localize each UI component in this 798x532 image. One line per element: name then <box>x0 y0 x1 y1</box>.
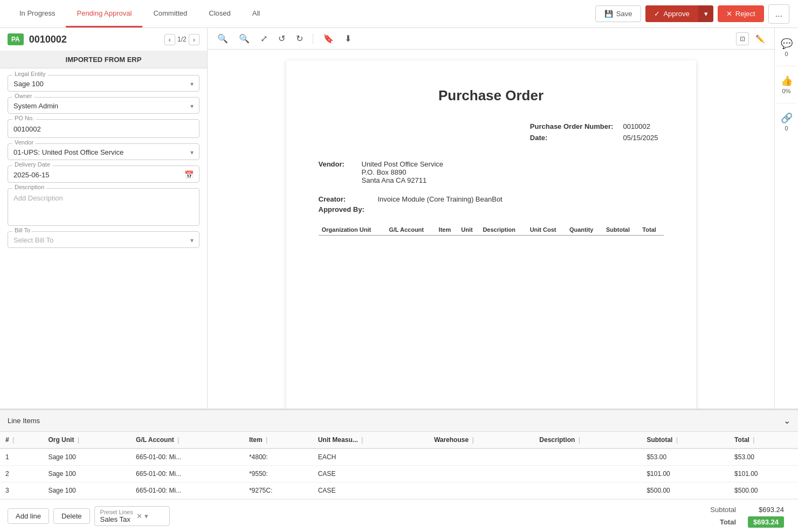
vendor-value: 01-UPS: United Post Office Service <box>13 148 123 156</box>
like-button[interactable]: 👍 0% <box>775 71 798 99</box>
row3-org: Sage 100 <box>43 482 130 499</box>
row1-unit: EACH <box>313 448 429 466</box>
fit-page-button[interactable]: ⊡ <box>736 32 749 45</box>
col-gl-account: G/L Account | <box>130 432 244 448</box>
row3-total: $500.00 <box>729 482 798 499</box>
bottom-left-actions: Add line Delete Preset Lines Sales Tax ✕… <box>8 506 170 526</box>
line-items-header: Line Items ⌄ <box>0 410 798 432</box>
approve-button[interactable]: ✓ Approve <box>645 5 698 22</box>
vendor-address2: Santa Ana CA 92711 <box>362 176 444 184</box>
row3-description <box>534 482 641 499</box>
po-badge: PA <box>8 33 24 45</box>
row2-subtotal: $101.00 <box>641 466 729 482</box>
table-row[interactable]: 3 Sage 100 665-01-00: Mi... *9275C: CASE… <box>0 482 798 499</box>
tab-committed[interactable]: Committed <box>142 1 198 27</box>
row2-total: $101.00 <box>729 466 798 482</box>
bill-to-select[interactable]: Select Bill To ▾ <box>13 236 194 244</box>
annotate-button[interactable]: ✏️ <box>752 32 768 45</box>
description-input[interactable]: Add Description <box>13 193 194 203</box>
link-button[interactable]: 🔗 0 <box>775 108 798 136</box>
toolbar-divider <box>313 33 313 44</box>
download-button[interactable]: ⬇ <box>341 31 355 46</box>
reject-button[interactable]: ✕ Reject <box>718 5 764 22</box>
row2-num: 2 <box>0 466 43 482</box>
row1-org: Sage 100 <box>43 448 130 466</box>
more-button[interactable]: ... <box>768 4 789 24</box>
creator-meta-value: Invoice Module (Core Training) BeanBot <box>378 195 503 203</box>
total-value: $693.24 <box>742 516 789 528</box>
comments-button[interactable]: 💬 0 <box>775 33 798 61</box>
bill-to-field[interactable]: Bill To Select Bill To ▾ <box>8 231 200 248</box>
row1-gl: 665-01-00: Mi... <box>130 448 244 466</box>
bookmark-button[interactable]: 🔖 <box>320 31 337 46</box>
po-header: PA 0010002 ‹ 1/2 › <box>0 28 207 51</box>
chevron-down-icon: ▾ <box>190 80 194 88</box>
owner-field[interactable]: Owner System Admin ▾ <box>8 97 200 114</box>
comment-icon: 💬 <box>781 38 793 50</box>
x-icon: ✕ <box>726 10 732 18</box>
collapse-icon[interactable]: ⌄ <box>783 416 790 426</box>
row1-warehouse <box>429 448 534 466</box>
tab-pending-approval[interactable]: Pending Approval <box>66 1 142 27</box>
legal-entity-field[interactable]: Legal Entity Sage 100 ▾ <box>8 75 200 92</box>
po-prev-button[interactable]: ‹ <box>164 34 175 45</box>
col-subtotal: Subtotal | <box>641 432 729 448</box>
row3-warehouse <box>429 482 534 499</box>
save-button[interactable]: 💾 Save <box>595 5 642 22</box>
col-warehouse: Warehouse | <box>429 432 534 448</box>
zoom-out-button[interactable]: 🔍 <box>214 31 231 46</box>
col-total: Total | <box>729 432 798 448</box>
col-description: Description | <box>534 432 641 448</box>
chevron-down-icon: ▾ <box>190 149 194 156</box>
vendor-field[interactable]: Vendor 01-UPS: United Post Office Servic… <box>8 143 200 160</box>
calendar-icon[interactable]: 📅 <box>184 170 194 179</box>
row1-description <box>534 448 641 466</box>
vendor-meta-label: Vendor: <box>319 160 356 184</box>
preset-lines-field[interactable]: Preset Lines Sales Tax ✕ ▾ <box>94 506 170 526</box>
side-divider-2 <box>777 103 795 103</box>
bill-to-placeholder: Select Bill To <box>13 236 53 244</box>
delivery-date-value: 2025-06-15 <box>13 171 50 179</box>
delivery-date-input[interactable]: 2025-06-15 📅 <box>13 170 194 179</box>
rotate-cw-button[interactable]: ↻ <box>293 31 306 46</box>
subtotal-value: $693.24 <box>742 504 789 515</box>
table-row[interactable]: 1 Sage 100 665-01-00: Mi... *4800: EACH … <box>0 448 798 466</box>
line-items-title: Line Items <box>8 417 40 425</box>
right-top: 🔍 🔍 ⤢ ↺ ↻ 🔖 ⬇ ⊡ ✏️ <box>208 28 798 409</box>
legal-entity-select[interactable]: Sage 100 ▾ <box>13 80 194 88</box>
pdf-col-item: Item <box>436 224 458 236</box>
vendor-address1: P.O. Box 8890 <box>362 168 444 176</box>
zoom-in-button[interactable]: 🔍 <box>236 31 253 46</box>
po-next-button[interactable]: › <box>189 34 200 45</box>
pdf-col-total: Total <box>639 224 663 236</box>
subtotal-label: Subtotal <box>705 504 741 515</box>
nav-actions: 💾 Save ✓ Approve ▾ ✕ Reject ... <box>595 4 789 24</box>
pdf-content: Purchase Order Purchase Order Number: 00… <box>208 50 774 409</box>
approve-dropdown-button[interactable]: ▾ <box>698 5 713 22</box>
delivery-date-field[interactable]: Delivery Date 2025-06-15 📅 <box>8 165 200 183</box>
pdf-vendor: Vendor: United Post Office Service P.O. … <box>319 160 664 184</box>
rotate-ccw-button[interactable]: ↺ <box>275 31 288 46</box>
vendor-select[interactable]: 01-UPS: United Post Office Service ▾ <box>13 148 194 156</box>
side-actions: 💬 0 👍 0% 🔗 0 <box>774 28 798 409</box>
po-no-input[interactable]: 0010002 <box>13 124 194 134</box>
owner-select[interactable]: System Admin ▾ <box>13 102 194 110</box>
approved-by-meta-label: Approved By: <box>319 205 373 213</box>
tab-all[interactable]: All <box>242 1 271 27</box>
chevron-down-icon[interactable]: ▾ <box>145 512 148 520</box>
po-no-field[interactable]: PO No. 0010002 <box>8 119 200 138</box>
row1-total: $53.00 <box>729 448 798 466</box>
right-column: 🔍 🔍 ⤢ ↺ ↻ 🔖 ⬇ ⊡ ✏️ <box>208 28 798 409</box>
pdf-toolbar: 🔍 🔍 ⤢ ↺ ↻ 🔖 ⬇ ⊡ ✏️ <box>208 28 774 50</box>
tab-in-progress[interactable]: In Progress <box>9 1 66 27</box>
line-items-table: # | Org Unit | G/L Account | Item | Unit… <box>0 432 798 499</box>
clear-icon[interactable]: ✕ <box>136 512 142 520</box>
table-row[interactable]: 2 Sage 100 665-01-00: Mi... *9550: CASE … <box>0 466 798 482</box>
tab-closed[interactable]: Closed <box>198 1 241 27</box>
add-line-button[interactable]: Add line <box>8 508 49 524</box>
delete-button[interactable]: Delete <box>53 508 90 524</box>
legal-entity-label: Legal Entity <box>12 71 47 77</box>
description-field[interactable]: Description Add Description <box>8 188 200 226</box>
description-placeholder: Add Description <box>13 194 63 202</box>
fullscreen-button[interactable]: ⤢ <box>257 31 271 46</box>
